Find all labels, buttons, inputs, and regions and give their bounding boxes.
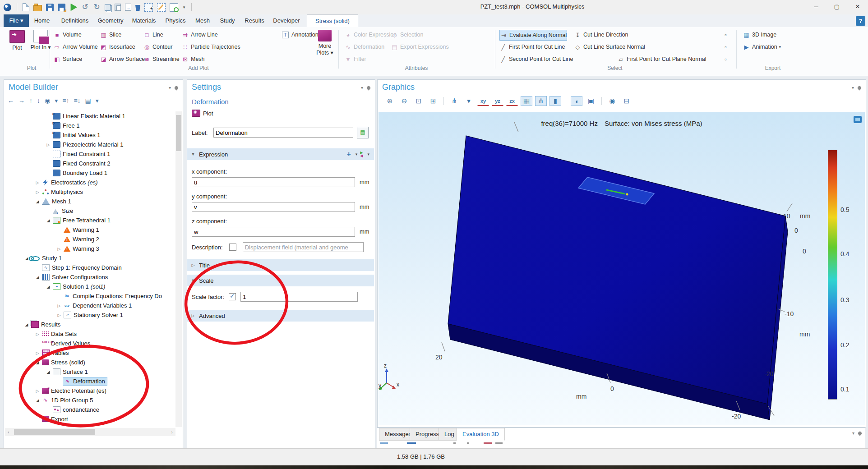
ribbon-item-cut-line-surface-normal[interactable]: ◇Cut Line Surface Normal: [574, 42, 645, 52]
tree-item[interactable]: ◢Mesh 1: [5, 197, 175, 206]
tree-item[interactable]: ▷Data Sets: [5, 329, 175, 339]
tree-item[interactable]: ◢Solution 1(sol1): [5, 282, 175, 291]
ribbon-item-arrow-line[interactable]: ⇉Arrow Line: [181, 30, 218, 40]
run-icon[interactable]: [69, 4, 77, 11]
tree-item[interactable]: Free 1: [5, 121, 175, 130]
ribbon-item-mesh[interactable]: ⊠Mesh: [181, 54, 205, 64]
view-caret[interactable]: ▾: [463, 96, 475, 106]
ribbon-item-cut-line-direction[interactable]: ↧Cut Line Direction: [574, 30, 628, 40]
collapsed-arrow-icon[interactable]: ▷: [55, 313, 63, 317]
show-axis-orientation-button[interactable]: ⋔: [535, 96, 547, 106]
collapsed-arrow-icon[interactable]: ▷: [34, 332, 41, 336]
expanded-arrow-icon[interactable]: ◢: [45, 370, 52, 374]
section-scale[interactable]: ▼Scale: [187, 275, 374, 286]
rename-button[interactable]: ▤: [357, 127, 369, 138]
pin-icon[interactable]: [366, 85, 371, 90]
tree-item[interactable]: ◢1D Plot Group 5: [5, 395, 175, 405]
paste-icon[interactable]: [115, 4, 121, 11]
tree-item[interactable]: Export: [5, 414, 175, 424]
component-input-z[interactable]: [192, 227, 355, 237]
expanded-arrow-icon[interactable]: ◢: [34, 398, 41, 403]
ribbon-item-arrow-surface[interactable]: ◪Arrow Surface: [100, 54, 145, 64]
scale-factor-input[interactable]: [240, 292, 358, 302]
tree-item[interactable]: Derived Values: [5, 339, 175, 348]
snapshot-button[interactable]: ◉: [606, 96, 618, 106]
print-button[interactable]: ⊟: [621, 96, 633, 106]
view-xy-button[interactable]: xy: [477, 97, 489, 106]
tab-physics[interactable]: Physics: [163, 14, 188, 27]
ribbon-item-slice[interactable]: ▥Slice: [100, 30, 121, 40]
tab-developer[interactable]: Developer: [272, 14, 301, 27]
ribbon-item-cut-tool-3[interactable]: ▫: [722, 54, 731, 64]
view-yz-button[interactable]: yz: [492, 97, 503, 106]
scrollbar-thumb[interactable]: [14, 429, 95, 435]
tree-item[interactable]: ▷Warning 3: [5, 244, 175, 253]
tree-item[interactable]: ▷Electric Potential (es): [5, 386, 175, 395]
graphics-canvas[interactable]: freq(36)=71000 Hz Surface: von Mises str…: [379, 112, 865, 425]
expression-section-header[interactable]: ▼ Expression + ▾ ▶◀ ▾: [187, 148, 374, 160]
tree-vertical-scrollbar[interactable]: [175, 111, 182, 427]
ribbon-item-particle-trajectories[interactable]: ∷Particle Trajectories: [181, 42, 240, 52]
model-tree-node-text-icon[interactable]: ▤: [85, 97, 91, 104]
description-input[interactable]: [243, 242, 364, 252]
view-zx-button[interactable]: zx: [506, 97, 518, 106]
dropdown-caret-icon[interactable]: ▾: [182, 4, 186, 11]
new-file-icon[interactable]: [23, 3, 29, 11]
ribbon-item-surface[interactable]: ◧Surface: [53, 54, 82, 64]
chevron-down-icon[interactable]: ▾: [361, 85, 363, 90]
section-advanced[interactable]: ▷Advanced: [187, 310, 374, 322]
tab-results[interactable]: Results: [243, 14, 266, 27]
pin-icon[interactable]: [857, 85, 862, 90]
tree-item[interactable]: Warning 2: [5, 234, 175, 244]
component-input-x[interactable]: [192, 177, 355, 187]
tree-item[interactable]: Deformation: [5, 377, 175, 386]
tree-item[interactable]: Compile Equations: Frequency Do: [5, 291, 175, 301]
add-expression-icon[interactable]: +: [346, 150, 351, 158]
collapsed-arrow-icon[interactable]: ▷: [55, 303, 63, 308]
tree-item[interactable]: Linear Elastic Material 1: [5, 111, 175, 121]
show-caret-icon[interactable]: ▾: [55, 97, 58, 104]
chevron-down-icon[interactable]: ▾: [367, 152, 369, 156]
tab-definitions[interactable]: Definitions: [58, 14, 92, 27]
ribbon-item-first-point-for-cut-plane-normal[interactable]: ▱First Point for Cut Plane Normal: [617, 54, 706, 64]
scale-factor-checkbox[interactable]: [229, 293, 236, 300]
zoom-extents-button[interactable]: ⊞: [427, 96, 439, 106]
ribbon-item-arrow-volume[interactable]: ⇨Arrow Volume: [53, 42, 98, 52]
tree-item[interactable]: ◢Solver Configurations: [5, 272, 175, 282]
description-checkbox[interactable]: [229, 244, 236, 251]
zoom-out-button[interactable]: ⊖: [398, 96, 410, 106]
collapsed-arrow-icon[interactable]: ▷: [34, 351, 41, 355]
ribbon-item-second-point-for-cut-line[interactable]: ╱Second Point for Cut Line: [499, 54, 573, 64]
chevron-down-icon[interactable]: ▾: [356, 152, 358, 156]
find-icon[interactable]: [170, 3, 178, 12]
maximize-button[interactable]: ▢: [826, 0, 847, 14]
tree-item[interactable]: Size: [5, 206, 175, 216]
chevron-down-icon[interactable]: ▾: [852, 431, 854, 436]
select-box-icon[interactable]: [144, 3, 153, 12]
collapse-all-icon[interactable]: ≡↑: [62, 97, 69, 104]
zoom-in-button[interactable]: ⊕: [384, 96, 396, 106]
ribbon-item-cut-tool-1[interactable]: ▫: [722, 30, 731, 40]
tree-item[interactable]: ▷Tables: [5, 348, 175, 358]
collapsed-arrow-icon[interactable]: ▷: [34, 190, 41, 194]
scroll-right-arrow[interactable]: ›: [168, 430, 175, 435]
tree-item[interactable]: Initial Values 1: [5, 130, 175, 140]
plot-action[interactable]: Plot: [192, 110, 213, 117]
scroll-left-arrow[interactable]: ‹: [5, 430, 12, 435]
tree-item[interactable]: ▷Electrostatics(es): [5, 178, 175, 187]
tree-item[interactable]: ▷Dependent Variables 1: [5, 301, 175, 310]
move-down-icon[interactable]: ↓: [37, 97, 40, 104]
go-to-default-view-button[interactable]: ⋔: [448, 96, 460, 106]
collapsed-arrow-icon[interactable]: ▷: [45, 143, 52, 147]
pin-icon[interactable]: [174, 85, 179, 90]
collapsed-arrow-icon[interactable]: ▷: [55, 247, 63, 251]
help-button[interactable]: ?: [856, 16, 865, 26]
more-plots-button[interactable]: MorePlots ▾: [313, 29, 337, 56]
copy-icon[interactable]: [105, 4, 111, 11]
save-icon[interactable]: [46, 4, 54, 11]
tree-item[interactable]: ◢Study 1: [5, 253, 175, 263]
tree-item[interactable]: ◢Stress (solid): [5, 358, 175, 367]
tree-item[interactable]: ◢Free Tetrahedral 1: [5, 216, 175, 225]
ribbon-item-line[interactable]: □Line: [143, 30, 163, 40]
tree-item[interactable]: condanctance: [5, 405, 175, 414]
